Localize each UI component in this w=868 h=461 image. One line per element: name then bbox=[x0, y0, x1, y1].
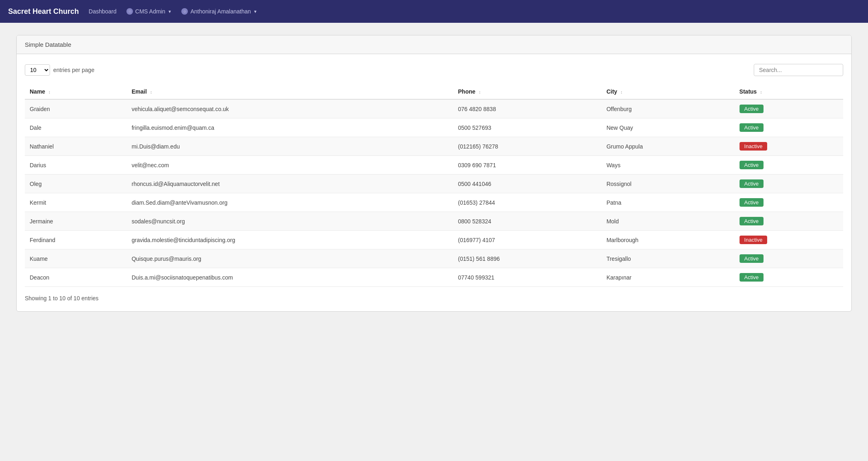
cms-admin-caret: ▼ bbox=[168, 9, 172, 14]
cell-email: Quisque.purus@mauris.org bbox=[127, 249, 453, 268]
shield-icon: ☉ bbox=[126, 8, 133, 15]
cell-city: Patna bbox=[602, 193, 735, 212]
cell-city: Mold bbox=[602, 212, 735, 231]
table-head: Name ↕ Email ↕ Phone ↕ City bbox=[25, 84, 843, 99]
cell-status: Active bbox=[735, 118, 843, 137]
col-header-status[interactable]: Status ↕ bbox=[735, 84, 843, 99]
sort-icon-phone: ↕ bbox=[479, 90, 481, 94]
cell-name: Ferdinand bbox=[25, 231, 127, 249]
cell-status: Active bbox=[735, 193, 843, 212]
page-container: Simple Datatable 10 25 50 100 entries pe… bbox=[0, 23, 868, 324]
table-row: Kuame Quisque.purus@mauris.org (0151) 56… bbox=[25, 249, 843, 268]
cell-phone: 0500 527693 bbox=[453, 118, 602, 137]
table-row: Darius velit@nec.com 0309 690 7871 Ways … bbox=[25, 156, 843, 175]
cell-name: Dale bbox=[25, 118, 127, 137]
table-row: Oleg rhoncus.id@Aliquamauctorvelit.net 0… bbox=[25, 175, 843, 193]
table-row: Graiden vehicula.aliquet@semconsequat.co… bbox=[25, 99, 843, 118]
cell-city: Karapınar bbox=[602, 268, 735, 287]
navbar: Sacret Heart Church Dashboard ☉ CMS Admi… bbox=[0, 0, 868, 23]
navbar-cms-admin[interactable]: ☉ CMS Admin ▼ bbox=[126, 8, 172, 15]
cell-city: Marlborough bbox=[602, 231, 735, 249]
status-badge: Inactive bbox=[740, 142, 768, 151]
datatable-card: Simple Datatable 10 25 50 100 entries pe… bbox=[16, 35, 852, 312]
cell-phone: 0500 441046 bbox=[453, 175, 602, 193]
entries-label: entries per page bbox=[53, 67, 94, 73]
cell-phone: 076 4820 8838 bbox=[453, 99, 602, 118]
cell-email: diam.Sed.diam@anteVivamusnon.org bbox=[127, 193, 453, 212]
navbar-user[interactable]: ☺ Anthoniraj Amalanathan ▼ bbox=[181, 8, 257, 15]
table-footer: Showing 1 to 10 of 10 entries bbox=[25, 295, 843, 302]
status-badge: Active bbox=[740, 198, 764, 207]
entries-control: 10 25 50 100 entries per page bbox=[25, 64, 94, 76]
cell-name: Oleg bbox=[25, 175, 127, 193]
status-badge: Active bbox=[740, 179, 764, 188]
status-badge: Inactive bbox=[740, 236, 768, 244]
cell-phone: (016977) 4107 bbox=[453, 231, 602, 249]
sort-icon-status: ↕ bbox=[760, 90, 762, 94]
controls-row: 10 25 50 100 entries per page bbox=[25, 64, 843, 76]
navbar-dashboard[interactable]: Dashboard bbox=[89, 8, 117, 15]
card-header: Simple Datatable bbox=[17, 35, 851, 54]
table-body: Graiden vehicula.aliquet@semconsequat.co… bbox=[25, 99, 843, 287]
status-badge: Active bbox=[740, 273, 764, 282]
entries-per-page-select[interactable]: 10 25 50 100 bbox=[25, 64, 50, 76]
cell-city: Ways bbox=[602, 156, 735, 175]
cell-name: Jermaine bbox=[25, 212, 127, 231]
cell-name: Darius bbox=[25, 156, 127, 175]
cell-status: Active bbox=[735, 249, 843, 268]
table-header-row: Name ↕ Email ↕ Phone ↕ City bbox=[25, 84, 843, 99]
table-row: Deacon Duis.a.mi@sociisnatoquepenatibus.… bbox=[25, 268, 843, 287]
table-row: Nathaniel mi.Duis@diam.edu (012165) 7627… bbox=[25, 137, 843, 156]
cell-phone: (0151) 561 8896 bbox=[453, 249, 602, 268]
cell-phone: (012165) 76278 bbox=[453, 137, 602, 156]
status-badge: Active bbox=[740, 254, 764, 263]
sort-icon-city: ↕ bbox=[620, 90, 623, 94]
cell-status: Active bbox=[735, 99, 843, 118]
cell-email: gravida.molestie@tinciduntadipiscing.org bbox=[127, 231, 453, 249]
navbar-brand: Sacret Heart Church bbox=[8, 7, 79, 16]
cell-city: New Quay bbox=[602, 118, 735, 137]
cell-name: Kuame bbox=[25, 249, 127, 268]
cell-phone: 07740 599321 bbox=[453, 268, 602, 287]
showing-text: Showing 1 to 10 of 10 entries bbox=[25, 295, 98, 302]
col-header-email[interactable]: Email ↕ bbox=[127, 84, 453, 99]
status-badge: Active bbox=[740, 161, 764, 169]
cell-phone: (01653) 27844 bbox=[453, 193, 602, 212]
cell-name: Nathaniel bbox=[25, 137, 127, 156]
table-row: Kermit diam.Sed.diam@anteVivamusnon.org … bbox=[25, 193, 843, 212]
cell-email: vehicula.aliquet@semconsequat.co.uk bbox=[127, 99, 453, 118]
table-row: Ferdinand gravida.molestie@tinciduntadip… bbox=[25, 231, 843, 249]
cell-name: Deacon bbox=[25, 268, 127, 287]
col-header-phone[interactable]: Phone ↕ bbox=[453, 84, 602, 99]
cell-email: rhoncus.id@Aliquamauctorvelit.net bbox=[127, 175, 453, 193]
cell-city: Offenburg bbox=[602, 99, 735, 118]
cell-email: sodales@nuncsit.org bbox=[127, 212, 453, 231]
cell-status: Inactive bbox=[735, 137, 843, 156]
cell-phone: 0800 528324 bbox=[453, 212, 602, 231]
cell-city: Grumo Appula bbox=[602, 137, 735, 156]
col-header-name[interactable]: Name ↕ bbox=[25, 84, 127, 99]
cell-status: Active bbox=[735, 156, 843, 175]
cell-email: velit@nec.com bbox=[127, 156, 453, 175]
status-badge: Active bbox=[740, 123, 764, 132]
cell-city: Rossignol bbox=[602, 175, 735, 193]
cell-email: Duis.a.mi@sociisnatoquepenatibus.com bbox=[127, 268, 453, 287]
cell-status: Active bbox=[735, 268, 843, 287]
cell-status: Active bbox=[735, 175, 843, 193]
table-row: Dale fringilla.euismod.enim@quam.ca 0500… bbox=[25, 118, 843, 137]
search-input[interactable] bbox=[754, 64, 843, 76]
cell-email: mi.Duis@diam.edu bbox=[127, 137, 453, 156]
status-badge: Active bbox=[740, 105, 764, 113]
data-table: Name ↕ Email ↕ Phone ↕ City bbox=[25, 84, 843, 287]
cell-name: Graiden bbox=[25, 99, 127, 118]
cell-status: Active bbox=[735, 212, 843, 231]
status-badge: Active bbox=[740, 217, 764, 225]
user-icon: ☺ bbox=[181, 8, 188, 15]
user-caret: ▼ bbox=[253, 9, 257, 14]
col-header-city[interactable]: City ↕ bbox=[602, 84, 735, 99]
cell-status: Inactive bbox=[735, 231, 843, 249]
cell-name: Kermit bbox=[25, 193, 127, 212]
sort-icon-name: ↕ bbox=[48, 90, 51, 94]
table-row: Jermaine sodales@nuncsit.org 0800 528324… bbox=[25, 212, 843, 231]
card-body: 10 25 50 100 entries per page Name ↕ bbox=[17, 54, 851, 311]
